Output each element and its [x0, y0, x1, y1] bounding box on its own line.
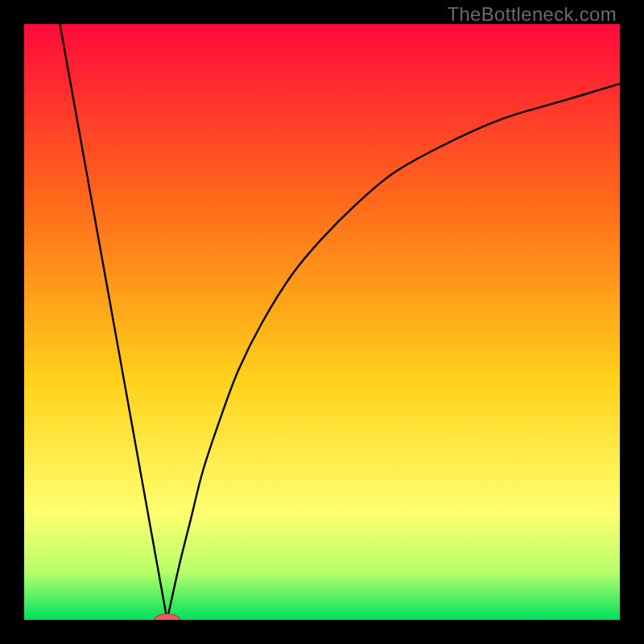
chart-frame [24, 24, 620, 620]
bottleneck-chart [24, 24, 620, 620]
watermark-text: TheBottleneck.com [447, 3, 617, 26]
